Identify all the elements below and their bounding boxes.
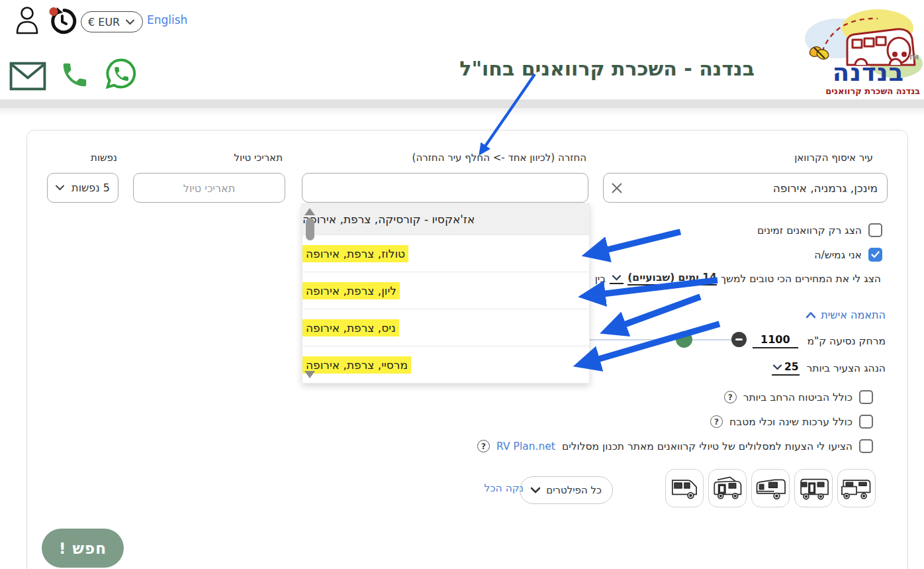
youngest-driver-select[interactable]: 25	[772, 361, 800, 376]
all-filters-button[interactable]: כל הפילטרים	[520, 476, 613, 504]
distance-row: מרחק נסיעה ק"מ 1100	[753, 333, 886, 348]
available-only-label: הצג רק קרוואנים זמינים	[757, 225, 862, 236]
distance-slider-track[interactable]	[588, 339, 731, 340]
persons-select[interactable]: 5 נפשות	[47, 173, 118, 203]
rv-plan-link[interactable]: RV Plan.net	[496, 440, 555, 452]
account-icon[interactable]	[15, 5, 40, 38]
trip-dates-input[interactable]	[134, 174, 285, 202]
persons-value: 5 נפשות	[71, 181, 110, 194]
pickup-city-input[interactable]	[604, 174, 887, 202]
dropdown-item[interactable]: מרסיי, צרפת, אירופה	[302, 346, 589, 383]
caravan-type-alcove-button[interactable]	[837, 469, 876, 507]
distance-value[interactable]: 1100	[753, 333, 798, 348]
clear-all-link[interactable]: נקה הכל	[485, 482, 524, 494]
dropdown-item-text-highlighted: ליון, צרפת, אירופה	[302, 282, 400, 299]
search-button[interactable]: חפש !	[42, 529, 124, 568]
trip-dates-label: תאריכי טיול	[234, 152, 283, 164]
insurance-checkbox[interactable]	[859, 390, 873, 404]
logo-brand: בנדנה	[833, 58, 904, 87]
best-prices-prefix: הצג לי את המחירים הכי טובים למשך	[721, 273, 881, 285]
chevron-down-icon	[612, 275, 621, 281]
distance-slider-thumb[interactable]	[676, 331, 692, 348]
personal-customization-toggle[interactable]: התאמה אישית	[806, 309, 886, 321]
clear-pickup-icon[interactable]	[610, 181, 624, 195]
youngest-driver-row: הנהג הצעיר ביותר 25	[772, 361, 886, 376]
flexible-checkbox[interactable]	[868, 248, 882, 262]
chevron-up-icon	[806, 312, 815, 319]
chevron-down-icon	[531, 487, 540, 493]
trip-dates-field	[133, 173, 285, 203]
chevron-down-icon	[773, 364, 782, 370]
dropdown-item-text-highlighted: מרסיי, צרפת, אירופה	[302, 356, 411, 374]
return-city-label: החזרה (לכיוון אחד -> החלף עיר החזרה)	[412, 152, 586, 164]
insurance-help-icon[interactable]: ?	[724, 391, 737, 403]
kits-checkbox[interactable]	[859, 415, 873, 429]
scroll-up-icon[interactable]	[304, 208, 315, 215]
best-prices-suffix: בין	[595, 273, 606, 285]
insurance-label: כולל הביטוח הרחב ביותר	[743, 391, 853, 403]
duration-select-value[interactable]: 14 ימים (שבועיים)	[627, 272, 716, 285]
distance-label: מרחק נסיעה ק"מ	[808, 335, 886, 347]
routes-checkbox[interactable]	[859, 439, 873, 453]
dropdown-item-text-highlighted: ניס, צרפת, אירופה	[302, 319, 399, 336]
scroll-down-icon[interactable]	[304, 371, 315, 378]
duration-select[interactable]	[610, 274, 624, 284]
dropdown-item-text: אז'אקסיו - קורסיקה, צרפת, אירופה	[302, 213, 475, 226]
whatsapp-icon[interactable]	[105, 57, 138, 93]
routes-row: הציעו לי הצעות למסלולים של טיולי קרוואני…	[477, 439, 873, 453]
logo-tm: TM	[909, 54, 919, 61]
site-logo[interactable]: בנדנה TM בנדנה השכרת קרוואנים	[800, 1, 923, 99]
dropdown-item[interactable]: אז'אקסיו - קורסיקה, צרפת, אירופה	[302, 204, 589, 234]
header-divider-fade	[0, 108, 924, 116]
phone-icon[interactable]	[60, 60, 90, 93]
caravan-type-semi-integrated-button[interactable]	[751, 469, 790, 507]
chevron-down-icon	[56, 185, 64, 191]
all-filters-label: כל הפילטרים	[546, 484, 602, 496]
personal-customization-label: התאמה אישית	[821, 309, 886, 321]
available-only-checkbox[interactable]	[868, 223, 882, 237]
scrollbar-thumb[interactable]	[306, 218, 314, 240]
kits-help-icon[interactable]: ?	[710, 415, 723, 428]
pickup-city-label: עיר איסוף הקרוואן	[794, 152, 873, 164]
caravan-type-compact-button[interactable]	[665, 469, 704, 507]
pickup-city-field	[603, 173, 888, 203]
dropdown-scrollbar[interactable]	[304, 207, 315, 380]
youngest-driver-label: הנהג הצעיר ביותר	[806, 362, 886, 374]
dropdown-item[interactable]: ניס, צרפת, אירופה	[302, 309, 589, 346]
dropdown-item[interactable]: טולוז, צרפת, אירופה	[302, 234, 589, 272]
page: € EUR English בנדנה - השכרת קרוואנים בחו…	[0, 0, 924, 569]
dropdown-item[interactable]: ליון, צרפת, אירופה	[302, 272, 589, 309]
page-title: בנדנה - השכרת קרוואנים בחו"ל	[459, 57, 755, 80]
return-city-field	[302, 173, 588, 203]
language-link[interactable]: English	[147, 13, 187, 26]
currency-label: € EUR	[88, 16, 120, 28]
caravan-type-integrated-button[interactable]	[794, 469, 833, 507]
flexible-label: אני גמיש/ה	[814, 249, 862, 261]
chevron-down-icon	[126, 19, 134, 25]
youngest-driver-value: 25	[784, 361, 799, 373]
routes-label: הציעו לי הצעות למסלולים של טיולי קרוואני…	[562, 440, 853, 452]
kits-label: כולל ערכות שינה וכלי מטבח	[729, 416, 853, 428]
routes-help-icon[interactable]: ?	[477, 440, 490, 452]
available-only-row: הצג רק קרוואנים זמינים	[757, 223, 882, 237]
kits-row: כולל ערכות שינה וכלי מטבח ?	[710, 415, 873, 429]
history-icon[interactable]	[48, 7, 77, 38]
email-icon[interactable]	[9, 61, 46, 94]
insurance-row: כולל הביטוח הרחב ביותר ?	[724, 390, 873, 404]
persons-label: נפשות	[91, 152, 117, 164]
dropdown-item-text-highlighted: טולוז, צרפת, אירופה	[302, 245, 408, 262]
currency-select[interactable]: € EUR	[81, 11, 143, 32]
best-prices-row: הצג לי את המחירים הכי טובים למשך 14 ימים…	[595, 272, 881, 285]
search-form-card: עיר איסוף הקרוואן החזרה (לכיוון אחד -> ה…	[26, 130, 908, 569]
distance-decrease-button[interactable]	[731, 332, 747, 347]
logo-tagline: בנדנה השכרת קרוואנים	[825, 86, 920, 96]
return-city-dropdown: אז'אקסיו - קורסיקה, צרפת, אירופה טולוז, …	[302, 203, 590, 384]
flexible-row: אני גמיש/ה	[814, 248, 882, 262]
return-city-input[interactable]	[302, 174, 588, 202]
header-divider	[0, 99, 924, 108]
caravan-type-poptop-button[interactable]	[708, 469, 747, 507]
